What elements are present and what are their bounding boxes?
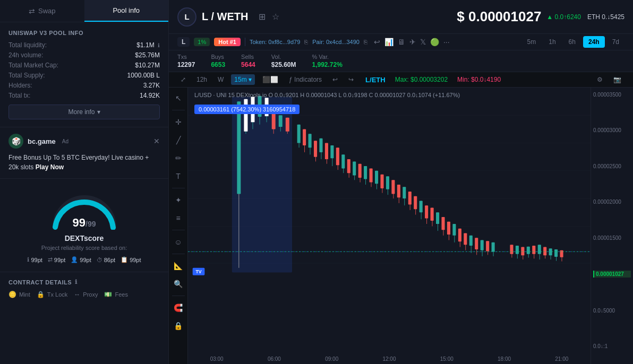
contract-item-txlock[interactable]: 🔒 Tx Lock (37, 291, 68, 298)
back-icon[interactable]: ↩ (374, 38, 380, 46)
tab-pool-info[interactable]: Pool info (84, 0, 169, 22)
ruler-tool[interactable]: 📐 (171, 258, 186, 273)
more-info-button[interactable]: More info ▾ (8, 105, 160, 119)
node-tool[interactable]: ✦ (171, 193, 186, 207)
chart-icon-button[interactable]: ⊞ (258, 11, 267, 23)
svg-rect-93 (486, 241, 489, 251)
svg-rect-23 (286, 118, 289, 132)
svg-rect-51 (370, 168, 373, 182)
line-tool[interactable]: ╱ (171, 133, 186, 148)
tf-24h[interactable]: 24h (583, 36, 605, 48)
magnet-tool[interactable]: 🧲 (171, 300, 186, 315)
svg-rect-45 (353, 161, 356, 175)
svg-rect-53 (375, 171, 378, 184)
contract-item-proxy[interactable]: ↔ Proxy (74, 291, 98, 298)
copy-icon-pair[interactable]: ⎘ (364, 39, 367, 45)
score-info: ℹ 99pt (27, 256, 42, 263)
svg-rect-95 (492, 242, 495, 252)
price-popup: 0.00003161 (7542.30%) 3160954718 (194, 105, 300, 114)
tab-swap[interactable]: ⇄ Swap (0, 0, 84, 22)
green-dot-icon[interactable]: 🟢 (430, 38, 439, 46)
separator (172, 188, 185, 188)
left-panel: ⇄ Swap Pool info UNISWAP V3 POOL INFO To… (0, 0, 169, 364)
svg-rect-33 (319, 138, 322, 152)
settings-btn[interactable]: ⚙ (594, 74, 606, 85)
screenshot-btn[interactable]: 📷 (610, 74, 625, 85)
svg-rect-25 (297, 125, 301, 143)
redo-btn[interactable]: ↪ (345, 74, 357, 85)
price-change-eth: ETH 0.↓5425 (587, 13, 625, 21)
pair-address[interactable]: Pair: 0x4cd...3490 (312, 39, 360, 45)
token-symbol-badge: L (177, 37, 190, 47)
separator (172, 110, 185, 110)
svg-rect-89 (475, 238, 478, 249)
pointer-tool[interactable]: ↖ (171, 91, 186, 106)
pool-info-section: UNISWAP V3 POOL INFO Total liquidity: $1… (0, 22, 168, 127)
contract-item-fees[interactable]: 💵 Fees (104, 291, 127, 298)
stat-buys: Buys 6653 (211, 54, 225, 68)
header-icons: ⊞ ☆ (258, 11, 280, 23)
tf-6h[interactable]: 6h (563, 36, 581, 48)
svg-rect-39 (336, 148, 339, 165)
crosshair-tool[interactable]: ✛ (171, 115, 186, 129)
info-icon: ℹ (158, 42, 160, 48)
dext-sublabel: Project reliability score based on: (41, 245, 127, 251)
ohlc-label: L/USD · UNI 15 DEXtools.io O 0.0↓9201 H … (194, 92, 460, 98)
tf-7d[interactable]: 7d (607, 36, 625, 48)
token-address[interactable]: Token: 0xf8c...9d79 (250, 39, 300, 45)
dext-score-section: 99/99 DEXTscore Project reliability scor… (0, 179, 168, 272)
price-scale: 0.00003500 0.00003000 0.00002500 0.00002… (591, 88, 633, 364)
text-tool[interactable]: T (171, 169, 186, 184)
svg-rect-109 (543, 247, 546, 256)
svg-rect-99 (516, 246, 519, 254)
indicators-btn[interactable]: ƒ Indicators (286, 74, 325, 85)
svg-rect-31 (314, 141, 317, 157)
tf-1h[interactable]: 1h (543, 36, 561, 48)
ad-header: 🎲 bc.game Ad ✕ (8, 134, 160, 149)
token-meta-row: L 1% Hot #1 Token: 0xf8c...9d79 ⎘ Pair: … (177, 37, 522, 47)
lock-tool[interactable]: 🔒 (171, 318, 186, 333)
brush-tool[interactable]: ✏ (171, 151, 186, 166)
undo-btn[interactable]: ↩ (329, 74, 341, 85)
svg-rect-7 (232, 97, 292, 272)
timeframe-buttons-top: 5m 1h 6h 24h 7d (522, 36, 625, 48)
twitter-icon[interactable]: 𝕏 (420, 38, 426, 46)
info-row-volume: 24h volume: $25.76M (8, 51, 160, 59)
ad-close-button[interactable]: ✕ (153, 137, 160, 145)
crosshair-tool[interactable]: ⤢ (177, 74, 189, 85)
tf-15m[interactable]: 15m ▾ (231, 74, 255, 85)
emoji-tool[interactable]: ☺ (171, 235, 186, 249)
svg-rect-101 (521, 247, 524, 256)
more-icon[interactable]: ··· (443, 38, 450, 46)
zoom-tool[interactable]: 🔍 (171, 276, 186, 291)
swap-icon: ⇄ (29, 7, 35, 15)
copy-icon[interactable]: ⎘ (304, 39, 308, 45)
chart-toolbar: ⤢ 12h W 15m ▾ ⬛⬜ ƒ Indicators ↩ ↪ L/ETH … (169, 72, 633, 88)
tf-w[interactable]: W (215, 74, 227, 85)
ad-cta[interactable]: Play Now (36, 163, 64, 171)
tf-5m[interactable]: 5m (522, 36, 542, 48)
separator (172, 296, 185, 296)
info-row-supply: Total Supply: 1000.00B L (8, 72, 160, 79)
lines-tool[interactable]: ≡ (171, 211, 186, 226)
info-row-tx: Total tx: 14.92K (8, 92, 160, 99)
contract-item-mint[interactable]: 🪙 Mint (8, 291, 30, 298)
info-row-holders: Holders: 3.27K (8, 82, 160, 89)
tf-12h[interactable]: 12h (193, 74, 210, 85)
monitor-icon[interactable]: 🖥 (398, 38, 405, 46)
token-pair: L / WETH (202, 11, 248, 23)
main-area: L L / WETH ⊞ ☆ $ 0.00001027 ▲ 0.0↑6240 E… (169, 0, 633, 364)
candlestick-chart-svg: TV (188, 88, 591, 287)
star-icon-button[interactable]: ☆ (271, 11, 280, 23)
fees-icon: 💵 (104, 291, 112, 298)
svg-rect-69 (420, 201, 423, 212)
svg-rect-113 (554, 249, 558, 257)
svg-rect-55 (380, 175, 383, 188)
svg-rect-19 (272, 113, 276, 129)
telegram-icon[interactable]: ✈ (409, 38, 416, 46)
chart-icon[interactable]: 📊 (384, 38, 394, 46)
svg-rect-79 (447, 222, 450, 235)
chart-type-btn[interactable]: ⬛⬜ (259, 74, 281, 85)
svg-rect-107 (538, 245, 541, 254)
clipboard-icon: 📋 (121, 256, 128, 263)
